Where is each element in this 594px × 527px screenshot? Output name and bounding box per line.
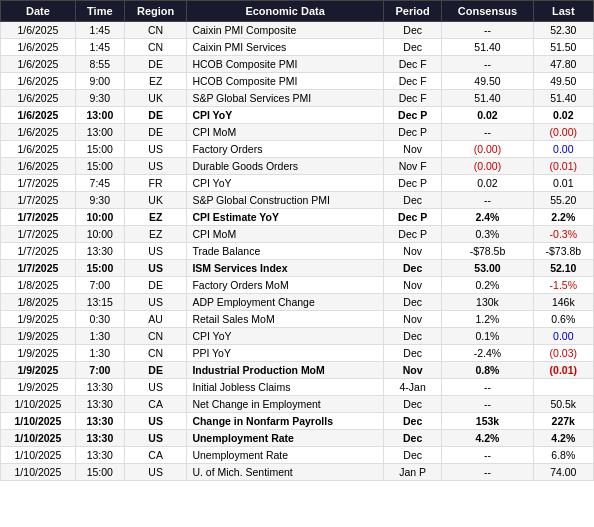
cell-region: EZ <box>124 226 187 243</box>
cell-consensus: -- <box>442 379 533 396</box>
cell-time: 8:55 <box>75 56 124 73</box>
cell-economic-data: U. of Mich. Sentiment <box>187 464 383 481</box>
cell-time: 10:00 <box>75 209 124 226</box>
cell-time: 9:30 <box>75 90 124 107</box>
cell-economic-data: CPI YoY <box>187 175 383 192</box>
cell-consensus: 51.40 <box>442 90 533 107</box>
cell-last: 47.80 <box>533 56 593 73</box>
cell-consensus: 0.8% <box>442 362 533 379</box>
cell-date: 1/6/2025 <box>1 39 76 56</box>
cell-consensus: 53.00 <box>442 260 533 277</box>
cell-period: Dec <box>383 294 442 311</box>
table-row: 1/7/2025 10:00 EZ CPI MoM Dec P 0.3% -0.… <box>1 226 594 243</box>
cell-period: Dec <box>383 396 442 413</box>
cell-last: (0.01) <box>533 362 593 379</box>
cell-period: Dec <box>383 413 442 430</box>
cell-last: 50.5k <box>533 396 593 413</box>
cell-period: Nov <box>383 362 442 379</box>
table-row: 1/9/2025 7:00 DE Industrial Production M… <box>1 362 594 379</box>
cell-region: DE <box>124 56 187 73</box>
cell-consensus: 153k <box>442 413 533 430</box>
cell-date: 1/7/2025 <box>1 243 76 260</box>
table-row: 1/6/2025 13:00 DE CPI MoM Dec P -- (0.00… <box>1 124 594 141</box>
cell-time: 9:00 <box>75 73 124 90</box>
cell-region: CN <box>124 345 187 362</box>
cell-period: Dec <box>383 39 442 56</box>
table-row: 1/6/2025 1:45 CN Caixin PMI Services Dec… <box>1 39 594 56</box>
cell-last: -1.5% <box>533 277 593 294</box>
cell-consensus: 0.2% <box>442 277 533 294</box>
table-row: 1/6/2025 8:55 DE HCOB Composite PMI Dec … <box>1 56 594 73</box>
table-row: 1/6/2025 9:00 EZ HCOB Composite PMI Dec … <box>1 73 594 90</box>
cell-consensus: 0.3% <box>442 226 533 243</box>
cell-last: 52.30 <box>533 22 593 39</box>
cell-time: 13:00 <box>75 107 124 124</box>
cell-economic-data: HCOB Composite PMI <box>187 56 383 73</box>
cell-period: Dec <box>383 328 442 345</box>
cell-last: -0.3% <box>533 226 593 243</box>
cell-time: 1:30 <box>75 328 124 345</box>
table-row: 1/7/2025 10:00 EZ CPI Estimate YoY Dec P… <box>1 209 594 226</box>
col-header-region: Region <box>124 1 187 22</box>
cell-last: 0.00 <box>533 328 593 345</box>
cell-time: 13:30 <box>75 379 124 396</box>
economic-calendar-table: Date Time Region Economic Data Period Co… <box>0 0 594 481</box>
table-row: 1/7/2025 15:00 US ISM Services Index Dec… <box>1 260 594 277</box>
cell-time: 7:45 <box>75 175 124 192</box>
cell-date: 1/10/2025 <box>1 464 76 481</box>
cell-time: 9:30 <box>75 192 124 209</box>
cell-date: 1/9/2025 <box>1 362 76 379</box>
cell-last: 146k <box>533 294 593 311</box>
cell-last <box>533 379 593 396</box>
cell-date: 1/7/2025 <box>1 226 76 243</box>
col-header-last: Last <box>533 1 593 22</box>
table-row: 1/9/2025 0:30 AU Retail Sales MoM Nov 1.… <box>1 311 594 328</box>
cell-date: 1/9/2025 <box>1 345 76 362</box>
cell-last: 51.50 <box>533 39 593 56</box>
cell-period: Dec P <box>383 226 442 243</box>
cell-period: Nov <box>383 243 442 260</box>
cell-region: US <box>124 141 187 158</box>
cell-last: 51.40 <box>533 90 593 107</box>
cell-date: 1/7/2025 <box>1 260 76 277</box>
cell-region: US <box>124 294 187 311</box>
cell-period: Dec F <box>383 56 442 73</box>
cell-time: 13:30 <box>75 447 124 464</box>
cell-consensus: -$78.5b <box>442 243 533 260</box>
cell-economic-data: PPI YoY <box>187 345 383 362</box>
cell-date: 1/7/2025 <box>1 175 76 192</box>
cell-date: 1/6/2025 <box>1 90 76 107</box>
cell-economic-data: Unemployment Rate <box>187 430 383 447</box>
cell-last: 4.2% <box>533 430 593 447</box>
cell-period: Dec <box>383 447 442 464</box>
cell-economic-data: Caixin PMI Composite <box>187 22 383 39</box>
cell-region: FR <box>124 175 187 192</box>
cell-period: Dec P <box>383 209 442 226</box>
table-row: 1/8/2025 13:15 US ADP Employment Change … <box>1 294 594 311</box>
col-header-period: Period <box>383 1 442 22</box>
cell-consensus: 0.02 <box>442 175 533 192</box>
cell-economic-data: Retail Sales MoM <box>187 311 383 328</box>
cell-economic-data: Net Change in Employment <box>187 396 383 413</box>
cell-region: DE <box>124 277 187 294</box>
col-header-time: Time <box>75 1 124 22</box>
cell-consensus: 51.40 <box>442 39 533 56</box>
cell-date: 1/8/2025 <box>1 294 76 311</box>
cell-time: 1:45 <box>75 22 124 39</box>
table-row: 1/6/2025 15:00 US Factory Orders Nov (0.… <box>1 141 594 158</box>
cell-period: Dec <box>383 192 442 209</box>
cell-period: Nov <box>383 141 442 158</box>
cell-consensus: 130k <box>442 294 533 311</box>
cell-region: CA <box>124 396 187 413</box>
table-row: 1/9/2025 13:30 US Initial Jobless Claims… <box>1 379 594 396</box>
cell-consensus: (0.00) <box>442 141 533 158</box>
cell-region: US <box>124 413 187 430</box>
cell-last: -$73.8b <box>533 243 593 260</box>
cell-economic-data: Caixin PMI Services <box>187 39 383 56</box>
cell-period: Nov <box>383 311 442 328</box>
cell-last: 55.20 <box>533 192 593 209</box>
cell-period: Dec P <box>383 107 442 124</box>
cell-date: 1/6/2025 <box>1 107 76 124</box>
cell-region: AU <box>124 311 187 328</box>
cell-economic-data: ADP Employment Change <box>187 294 383 311</box>
